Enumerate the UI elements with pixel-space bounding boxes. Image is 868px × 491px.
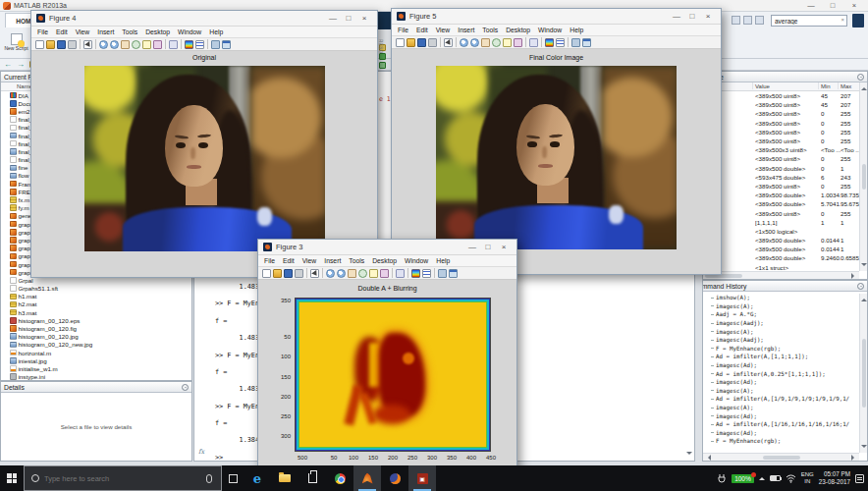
heatmap-axes[interactable] [295, 298, 491, 452]
taskbar-file-explorer[interactable] [271, 465, 298, 491]
history-item[interactable]: imagesc(A); [703, 327, 859, 336]
search-go-button[interactable] [852, 14, 864, 27]
taskbar-search[interactable] [24, 465, 222, 491]
scroll-right-icon[interactable] [851, 273, 857, 279]
new-script-button[interactable]: New Script [2, 27, 30, 57]
minimize-button[interactable]: — [669, 9, 684, 25]
file-item[interactable]: histogram_00_120.jpg [1, 333, 191, 341]
taskbar-firefox[interactable] [381, 465, 408, 491]
dock-figure-icon[interactable] [438, 269, 447, 278]
scroll-up-icon[interactable] [861, 84, 867, 90]
data-cursor-icon[interactable] [142, 40, 151, 49]
data-cursor-icon[interactable] [369, 269, 378, 278]
cursor-icon[interactable] [310, 269, 319, 278]
workspace-row[interactable]: <389x500 double> 5.7041... 95.6756 [703, 199, 859, 208]
file-item[interactable]: h3.mat [1, 308, 191, 316]
minimize-button[interactable]: — [800, 0, 822, 12]
menu-window[interactable]: Window [178, 28, 201, 35]
menu-file[interactable]: File [398, 27, 408, 33]
history-item[interactable]: imagesc(Ad); [703, 378, 859, 387]
open-icon[interactable] [407, 38, 415, 47]
menu-edit[interactable]: Edit [283, 257, 295, 264]
scroll-down-icon[interactable] [686, 452, 692, 458]
insert-colorbar-icon[interactable] [545, 38, 554, 47]
rotate-3d-icon[interactable] [358, 269, 367, 278]
doc-search-input[interactable] [771, 15, 847, 27]
menu-file[interactable]: File [37, 28, 48, 35]
file-item[interactable]: horizontal.m [1, 349, 191, 356]
workspace-vertical-scrollbar[interactable] [859, 82, 867, 271]
maximize-figure-icon[interactable] [582, 38, 591, 47]
new-file-icon[interactable] [396, 38, 405, 47]
workspace-row[interactable]: <389x500 double> 0 1 [703, 164, 859, 173]
brush-icon[interactable] [514, 38, 522, 47]
add-ons-icon[interactable] [379, 62, 386, 69]
help-icon[interactable] [755, 16, 764, 25]
taskbar-search-input[interactable] [44, 474, 201, 483]
pan-icon[interactable] [121, 40, 130, 49]
wifi-icon[interactable] [786, 474, 796, 483]
figure3-titlebar[interactable]: Figure 3 — □ × [258, 240, 516, 255]
open-icon[interactable] [273, 269, 282, 278]
show-hidden-icons-chevron[interactable] [759, 474, 765, 480]
workspace-row[interactable]: <389x500 uint8> 45 207 [703, 91, 859, 100]
maximize-button[interactable]: □ [684, 9, 700, 25]
pan-icon[interactable] [481, 38, 490, 47]
workspace-row[interactable]: <389x500 double> 0.0144 1 [703, 245, 859, 253]
workspace-row[interactable]: <389x500 uint8> 45 207 [703, 100, 859, 109]
task-view-button[interactable] [222, 465, 244, 491]
link-plot-icon[interactable] [169, 40, 178, 49]
action-center-icon[interactable] [855, 474, 864, 483]
link-plot-icon[interactable] [396, 269, 405, 278]
maximize-figure-icon[interactable] [449, 269, 458, 278]
file-item[interactable]: histogram_00_120.eps [1, 316, 191, 324]
history-item[interactable]: imagesc(Aadj); [703, 336, 859, 345]
menu-tools[interactable]: Tools [482, 27, 498, 33]
menu-edit[interactable]: Edit [416, 27, 428, 33]
workspace-row[interactable]: <389x500 double> 1.0034... 98.7358 [703, 191, 859, 199]
zoom-out-icon[interactable] [470, 38, 479, 47]
file-item[interactable]: histogram_00_120.fig [1, 324, 191, 332]
save-icon[interactable] [284, 269, 293, 278]
new-file-icon[interactable] [35, 40, 44, 49]
save-icon[interactable] [417, 38, 426, 47]
clock[interactable]: 05:07 PM 23-08-2017 [819, 470, 850, 486]
workspace-row[interactable]: [1,1,1,1] 1 1 [703, 218, 859, 227]
menu-help[interactable]: Help [570, 27, 583, 33]
insert-legend-icon[interactable] [195, 40, 204, 49]
menu-desktop[interactable]: Desktop [145, 28, 170, 35]
print-icon[interactable] [68, 40, 77, 49]
history-item[interactable]: imagesc(A); [703, 404, 859, 412]
history-item[interactable]: imagesc(Ad); [703, 361, 859, 370]
print-icon[interactable] [428, 38, 437, 47]
history-item[interactable]: Ad = imfilter(A,[1/9,1/9,1/9;1/9,1/9,1/ [703, 395, 859, 404]
fx-function-hint[interactable]: fx [198, 448, 204, 456]
workspace-row[interactable]: <389x500 uint8> 0 255 [703, 128, 859, 136]
panel-menu-icon[interactable] [857, 74, 864, 81]
history-horizontal-scrollbar[interactable] [703, 453, 859, 461]
panel-menu-icon[interactable] [182, 384, 189, 391]
history-item[interactable]: imagesc(Aadj); [703, 319, 859, 328]
dock-figure-icon[interactable] [571, 38, 580, 47]
workspace-row[interactable]: <389x500 uint8> 0 255 [703, 136, 859, 145]
language-indicator[interactable]: ENG IN [801, 471, 814, 485]
taskbar-store[interactable] [298, 465, 326, 491]
dock-figure-icon[interactable] [211, 40, 220, 49]
max-column-header[interactable]: Max [841, 82, 851, 91]
pan-icon[interactable] [348, 269, 356, 278]
start-button[interactable] [0, 465, 24, 491]
workspace-row[interactable]: <389x500 uint8> 0 255 [703, 109, 859, 118]
clear-search-icon[interactable]: × [841, 17, 844, 23]
history-item[interactable]: imagesc(Ad); [703, 429, 859, 438]
menu-tools[interactable]: Tools [122, 28, 137, 35]
file-item[interactable]: instype.ini [1, 373, 191, 381]
scroll-up-icon[interactable] [861, 296, 867, 301]
history-item[interactable]: imagesc(Ad); [703, 411, 859, 420]
history-item[interactable]: Ad = imfilter(A,[1,1;1,1]); [703, 353, 859, 361]
battery-icon[interactable] [770, 475, 781, 481]
history-item[interactable]: F = MyEnhance(rgb); [703, 345, 859, 354]
cursor-icon[interactable] [444, 38, 453, 47]
file-item[interactable]: h2.mat [1, 300, 191, 308]
workspace-row[interactable]: <389x500 uint8> 0 255 [703, 154, 859, 163]
menu-window[interactable]: Window [538, 27, 562, 33]
